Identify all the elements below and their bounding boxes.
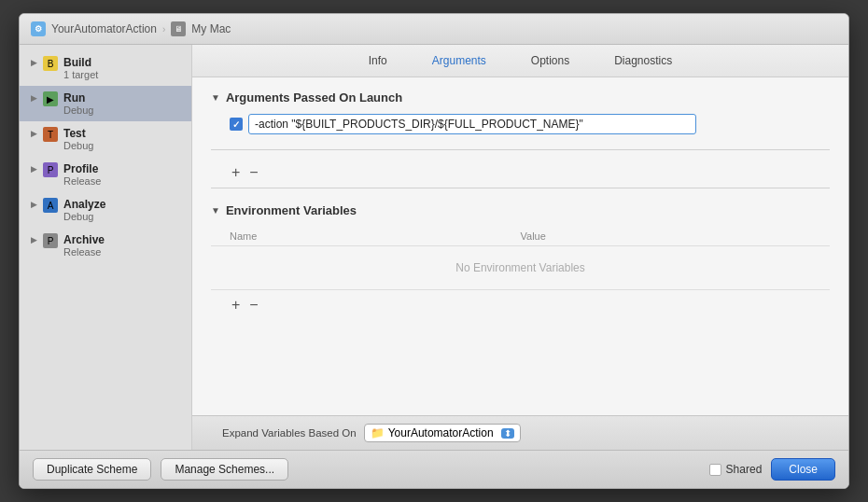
test-subtitle: Debug	[63, 140, 93, 151]
tab-bar: Info Arguments Options Diagnostics	[192, 45, 848, 77]
sidebar-item-archive[interactable]: ▶ P Archive Release	[20, 228, 191, 263]
app-icon: ⚙	[31, 21, 46, 36]
analyze-icon: A	[43, 198, 58, 213]
shared-label: Shared	[726, 463, 763, 476]
folder-icon: 📁	[371, 426, 385, 439]
env-empty-message: No Environment Variables	[211, 246, 830, 290]
app-name: YourAutomatorAction	[51, 22, 157, 35]
archive-icon: P	[43, 233, 58, 248]
env-add-button[interactable]: +	[230, 298, 242, 313]
expand-bar: Expand Variables Based On 📁 YourAutomato…	[192, 415, 848, 450]
env-section-title: Environment Variables	[226, 203, 357, 217]
archive-subtitle: Release	[63, 246, 105, 258]
env-triangle[interactable]: ▼	[211, 205, 220, 216]
args-add-button[interactable]: +	[230, 165, 242, 180]
env-table-header: Name Value	[211, 227, 830, 246]
sidebar-item-build[interactable]: ▶ B Build 1 target	[20, 50, 191, 86]
tab-arguments[interactable]: Arguments	[428, 52, 490, 69]
main-window: ⚙ YourAutomatorAction › 🖥 My Mac ▶ B Bui…	[19, 13, 849, 489]
sidebar-item-analyze[interactable]: ▶ A Analyze Debug	[20, 192, 191, 228]
test-icon: T	[43, 127, 58, 142]
arrow-icon: ▶	[31, 93, 37, 103]
args-section-header: ▼ Arguments Passed On Launch	[211, 91, 830, 105]
archive-title: Archive	[63, 233, 105, 246]
mac-icon: 🖥	[171, 21, 186, 36]
arrow-icon: ▶	[31, 200, 37, 209]
content-area: ▶ B Build 1 target ▶ ▶ Run Debug ▶ T	[20, 45, 848, 450]
args-remove-button[interactable]: −	[247, 165, 259, 180]
panel-content: ▼ Arguments Passed On Launch + − ▼	[192, 77, 848, 415]
sidebar-item-run[interactable]: ▶ ▶ Run Debug	[20, 86, 191, 121]
main-panel: Info Arguments Options Diagnostics ▼ Arg…	[192, 45, 848, 450]
tab-diagnostics[interactable]: Diagnostics	[610, 52, 676, 69]
run-icon: ▶	[43, 91, 58, 106]
manage-schemes-button[interactable]: Manage Schemes...	[161, 458, 288, 481]
test-title: Test	[63, 127, 93, 140]
env-name-header: Name	[230, 230, 521, 242]
arg-input-0[interactable]	[248, 114, 696, 134]
arg-checkbox-0[interactable]	[230, 118, 243, 131]
expand-select[interactable]: 📁 YourAutomatorAction ⬍	[364, 424, 521, 442]
breadcrumb-chevron: ›	[162, 24, 165, 35]
close-button[interactable]: Close	[771, 458, 835, 481]
duplicate-scheme-button[interactable]: Duplicate Scheme	[33, 458, 151, 481]
env-section-header: ▼ Environment Variables	[211, 203, 830, 217]
title-bar: ⚙ YourAutomatorAction › 🖥 My Mac	[20, 14, 848, 45]
arrow-icon: ▶	[31, 58, 37, 67]
arrow-icon: ▶	[31, 235, 37, 244]
env-section: ▼ Environment Variables Name Value No En…	[211, 203, 830, 313]
run-subtitle: Debug	[63, 105, 93, 116]
sidebar-item-profile[interactable]: ▶ P Profile Release	[20, 157, 191, 192]
env-remove-button[interactable]: −	[247, 298, 259, 313]
analyze-subtitle: Debug	[63, 211, 105, 222]
footer: Duplicate Scheme Manage Schemes... Share…	[20, 450, 848, 488]
mac-name: My Mac	[191, 22, 231, 35]
shared-checkbox-container[interactable]: Shared	[709, 463, 763, 476]
build-subtitle: 1 target	[63, 69, 98, 80]
tab-info[interactable]: Info	[365, 52, 391, 69]
sidebar: ▶ B Build 1 target ▶ ▶ Run Debug ▶ T	[20, 45, 192, 450]
sidebar-item-test[interactable]: ▶ T Test Debug	[20, 121, 191, 157]
shared-checkbox[interactable]	[709, 464, 721, 476]
env-add-remove: + −	[230, 298, 830, 313]
profile-subtitle: Release	[63, 175, 101, 187]
analyze-title: Analyze	[63, 198, 105, 211]
args-divider	[211, 149, 830, 150]
tab-options[interactable]: Options	[527, 52, 573, 69]
env-top-divider	[211, 188, 830, 188]
profile-icon: P	[43, 162, 58, 177]
build-icon: B	[43, 56, 58, 71]
build-title: Build	[63, 56, 98, 69]
args-triangle[interactable]: ▼	[211, 92, 220, 103]
arrow-icon: ▶	[31, 164, 37, 174]
args-section-title: Arguments Passed On Launch	[226, 91, 402, 105]
select-arrow-icon: ⬍	[501, 428, 514, 439]
arrow-icon: ▶	[31, 129, 37, 138]
expand-label: Expand Variables Based On	[222, 427, 357, 439]
arg-row-0	[230, 114, 830, 134]
args-add-remove: + −	[230, 165, 830, 180]
expand-select-value: YourAutomatorAction	[388, 426, 494, 439]
run-title: Run	[63, 91, 93, 105]
env-value-header: Value	[521, 230, 812, 242]
profile-title: Profile	[63, 162, 101, 175]
